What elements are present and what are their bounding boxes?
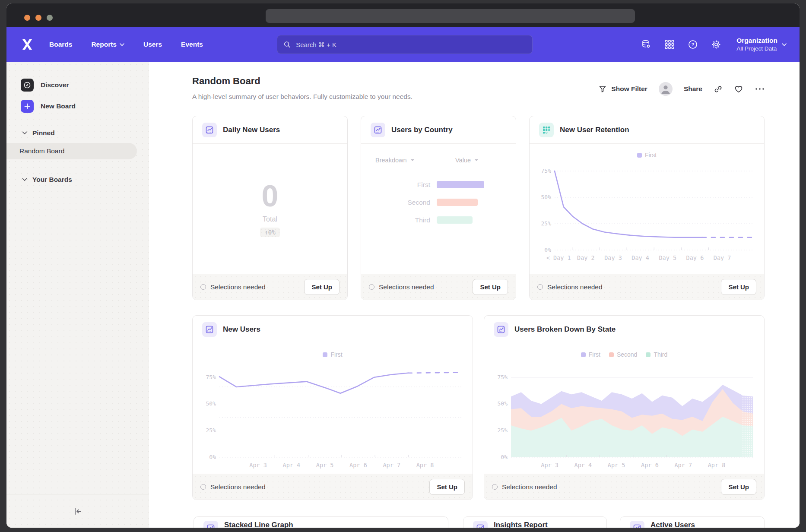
- y-axis-label: 50%: [489, 400, 508, 407]
- mixpanel-logo-icon[interactable]: [21, 38, 34, 51]
- set-up-button[interactable]: Set Up: [429, 479, 465, 495]
- country-bar-rows: FirstSecondThird: [361, 176, 516, 229]
- search-icon: [283, 41, 291, 48]
- card-footer: Selections needed Set Up: [361, 274, 516, 300]
- sidebar-footer: [6, 494, 149, 528]
- metric-delta-badge: ↑0%: [260, 228, 279, 237]
- breakdown-column-header[interactable]: Breakdown: [375, 157, 415, 164]
- card-title: Stacked Line Graph: [224, 521, 293, 528]
- line-chart-icon: [203, 521, 218, 528]
- org-switcher[interactable]: Organization All Project Data: [736, 36, 787, 53]
- card-title: Users Broken Down By State: [514, 325, 616, 334]
- line-chart-icon: [371, 123, 385, 137]
- x-axis-label: Apr 8: [416, 462, 434, 469]
- x-axis-label: Apr 3: [541, 462, 558, 469]
- traffic-light-close-icon[interactable]: [24, 15, 30, 21]
- nav-item-events[interactable]: Events: [181, 41, 203, 48]
- sidebar-item-discover[interactable]: Discover: [21, 79, 69, 92]
- sidebar-section-your-boards[interactable]: Your Boards: [22, 176, 72, 184]
- set-up-button[interactable]: Set Up: [304, 279, 340, 295]
- country-bar-row: Third: [361, 211, 516, 229]
- help-icon[interactable]: ?: [687, 39, 698, 50]
- new-board-label: New Board: [41, 102, 76, 110]
- status-circle-icon: [492, 484, 498, 490]
- state-area-chart: FirstSecondThird 75%50%25%0%Apr 3Apr 4Ap…: [484, 343, 764, 474]
- status-circle-icon: [369, 284, 374, 290]
- country-bar-row: First: [361, 176, 516, 193]
- legend-label: Second: [617, 351, 637, 358]
- avatar[interactable]: [659, 82, 673, 96]
- card-stacked-line-graph: Stacked Line Graph: [194, 516, 448, 528]
- nav-item-boards[interactable]: Boards: [49, 41, 72, 48]
- chevron-down-icon: [120, 43, 124, 46]
- card-footer: Selections needed Set Up: [530, 274, 764, 300]
- line-chart-icon: [630, 521, 644, 528]
- card-users-by-state: Users Broken Down By State FirstSecondTh…: [484, 315, 765, 500]
- set-up-button[interactable]: Set Up: [721, 479, 756, 495]
- search-input[interactable]: [295, 41, 526, 49]
- copy-link-icon[interactable]: [714, 85, 723, 94]
- set-up-button[interactable]: Set Up: [721, 279, 756, 295]
- data-management-icon[interactable]: [641, 39, 652, 50]
- x-axis-label: Apr 5: [316, 462, 334, 469]
- browser-url-bar[interactable]: [266, 9, 635, 23]
- metric-value: 0: [262, 181, 279, 211]
- y-axis-label: 0%: [197, 454, 216, 460]
- chevron-down-icon: [22, 131, 27, 135]
- apps-grid-icon[interactable]: [664, 39, 675, 50]
- set-up-button[interactable]: Set Up: [473, 279, 508, 295]
- value-column-header[interactable]: Value: [455, 157, 479, 164]
- chevron-down-icon: [782, 43, 787, 46]
- nav-item-users[interactable]: Users: [143, 41, 162, 48]
- traffic-light-minimize-icon[interactable]: [35, 15, 41, 21]
- sidebar-item-new-board[interactable]: New Board: [21, 100, 76, 113]
- plus-icon: [21, 100, 34, 113]
- more-options-icon[interactable]: [755, 87, 765, 91]
- status-circle-icon: [537, 284, 543, 290]
- traffic-light-zoom-icon[interactable]: [47, 15, 53, 21]
- chevron-down-icon: [410, 159, 415, 162]
- card-status: Selections needed: [200, 483, 266, 491]
- bar-row-label: First: [361, 181, 430, 189]
- card-daily-new-users: Daily New Users 0 Total ↑0% Selections n…: [192, 116, 348, 300]
- nav-item-reports[interactable]: Reports: [91, 41, 124, 48]
- line-chart-icon: [202, 123, 217, 137]
- x-axis-label: < Day 1: [546, 254, 571, 261]
- legend-label: First: [330, 351, 342, 358]
- legend-label: First: [589, 351, 600, 358]
- y-axis-label: 0%: [532, 247, 551, 253]
- legend-swatch-icon: [609, 352, 614, 357]
- page-subtitle: A high-level summary of user behaviors. …: [192, 93, 413, 101]
- legend-swatch-icon: [637, 153, 642, 158]
- show-filter-button[interactable]: Show Filter: [598, 85, 647, 93]
- org-name: Organization: [736, 36, 777, 45]
- state-area-plot: [511, 367, 753, 457]
- card-status: Selections needed: [200, 283, 266, 291]
- global-search[interactable]: [277, 35, 533, 54]
- retention-plot: [555, 164, 754, 250]
- retention-chart: First 75%50%25%0%< Day 1Day 2Day 3Day 4D…: [530, 144, 764, 274]
- legend-item: First: [323, 351, 342, 358]
- collapse-sidebar-icon[interactable]: [73, 507, 83, 516]
- chevron-down-icon: [474, 159, 479, 162]
- card-footer: Selections needed Set Up: [193, 274, 347, 300]
- legend-item: First: [637, 152, 657, 158]
- line-chart-icon: [202, 322, 217, 337]
- sidebar-item-random-board[interactable]: Random Board: [6, 143, 137, 159]
- share-button[interactable]: Share: [684, 85, 702, 93]
- nav-right-cluster: ? Organization All Project Data: [641, 36, 787, 53]
- favorite-heart-icon[interactable]: [734, 84, 743, 94]
- x-axis-label: Apr 7: [674, 462, 692, 469]
- x-axis-label: Apr 6: [349, 462, 367, 469]
- card-insights-report: Insights Report: [463, 516, 607, 528]
- card-new-user-retention: New User Retention First 75%50%25%0%< Da…: [529, 116, 765, 300]
- board-main: Random Board A high-level summary of use…: [149, 62, 800, 528]
- chart-legend: First: [193, 351, 473, 358]
- settings-gear-icon[interactable]: [711, 39, 722, 50]
- line-chart-icon: [473, 521, 488, 528]
- sidebar-section-pinned[interactable]: Pinned: [22, 129, 55, 137]
- chart-legend: First: [530, 152, 764, 158]
- bar: [437, 199, 478, 206]
- y-axis-label: 50%: [197, 400, 216, 407]
- legend-swatch-icon: [581, 352, 586, 357]
